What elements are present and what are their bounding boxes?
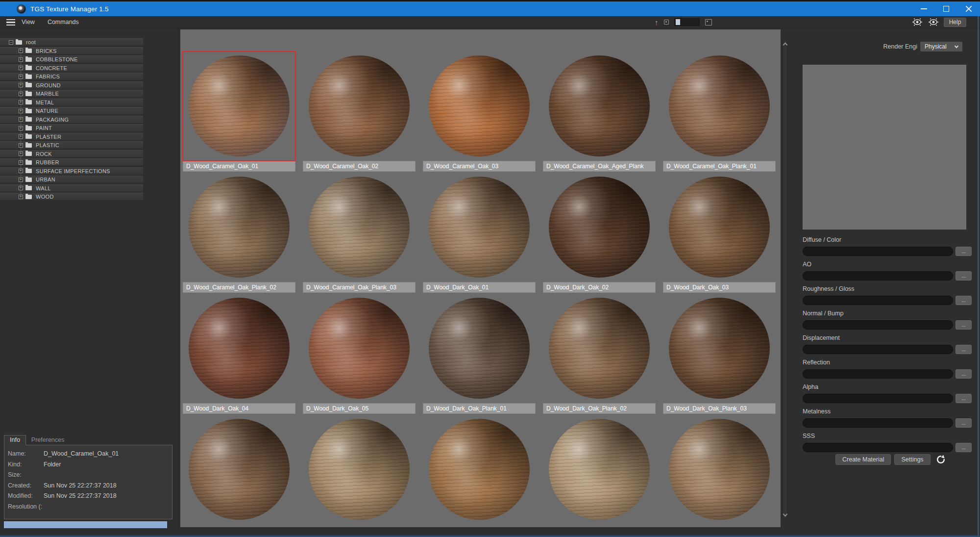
expand-icon[interactable]: + [19, 92, 23, 96]
diffuse-color-browse-button[interactable]: ... [956, 247, 972, 256]
expand-icon[interactable]: + [19, 169, 23, 173]
texture-tile-d-wood-caramel-oak-aged-plank[interactable]: D_Wood_Caramel_Oak_Aged_Plank [543, 51, 656, 172]
alpha-input[interactable] [803, 394, 953, 403]
texture-tile[interactable] [423, 415, 536, 527]
texture-tile-d-wood-dark-oak-plank-03[interactable]: D_Wood_Dark_Oak_Plank_03 [663, 294, 776, 414]
reflection-input[interactable] [803, 369, 953, 379]
texture-tile[interactable] [663, 415, 776, 527]
grid-scrollbar[interactable] [783, 41, 787, 518]
tree-item-surface-imperfections[interactable]: +SURFACE IMPERFECTIONS [0, 167, 143, 175]
sss-input[interactable] [803, 443, 953, 452]
scroll-up-icon[interactable] [783, 43, 788, 48]
tree-item-wood[interactable]: +WOOD [0, 193, 143, 201]
texture-tile-d-wood-caramel-oak-02[interactable]: D_Wood_Caramel_Oak_02 [303, 51, 416, 172]
texture-tile[interactable] [183, 415, 295, 527]
tree-item-nature[interactable]: +NATURE [0, 107, 143, 115]
minimize-button[interactable] [912, 1, 935, 16]
refresh-icon[interactable] [936, 455, 946, 464]
tree-item-ground[interactable]: +GROUND [0, 81, 143, 89]
texture-tile-d-wood-caramel-oak-plank-02[interactable]: D_Wood_Caramel_Oak_Plank_02 [183, 173, 295, 293]
texture-tile-d-wood-dark-oak-plank-02[interactable]: D_Wood_Dark_Oak_Plank_02 [543, 294, 656, 414]
expand-icon[interactable]: + [19, 160, 23, 165]
tree-item-concrete[interactable]: +CONCRETE [0, 64, 143, 72]
thumbnail-size-slider[interactable] [674, 18, 700, 26]
tab-info[interactable]: Info [4, 435, 26, 445]
tree-item-rock[interactable]: +ROCK [0, 150, 143, 158]
tree-item-root[interactable]: − root [0, 38, 143, 46]
roughness-gloss-input[interactable] [803, 296, 953, 305]
texture-tile-d-wood-dark-oak-plank-01[interactable]: D_Wood_Dark_Oak_Plank_01 [423, 294, 536, 414]
metalness-browse-button[interactable]: ... [956, 418, 972, 428]
tree-item-urban[interactable]: +URBAN [0, 176, 143, 183]
reflection-browse-button[interactable]: ... [956, 369, 972, 379]
texture-tile-d-wood-caramel-oak-01[interactable]: D_Wood_Caramel_Oak_01 [183, 51, 295, 172]
collapse-icon[interactable]: − [9, 40, 13, 45]
alpha-browse-button[interactable]: ... [956, 394, 972, 403]
texture-tile-d-wood-dark-oak-05[interactable]: D_Wood_Dark_Oak_05 [303, 294, 416, 414]
displacement-input[interactable] [803, 345, 953, 354]
texture-tile[interactable] [543, 415, 656, 527]
expand-icon[interactable]: + [19, 143, 23, 148]
texture-sphere [669, 55, 770, 156]
tree-item-wall[interactable]: +WALL [0, 184, 143, 192]
expand-icon[interactable]: + [19, 57, 23, 62]
slider-handle[interactable] [676, 19, 680, 25]
texture-tile-d-wood-dark-oak-02[interactable]: D_Wood_Dark_Oak_02 [543, 173, 656, 293]
expand-icon[interactable]: + [19, 109, 23, 113]
scroll-down-icon[interactable] [783, 512, 788, 517]
texture-tile-d-wood-caramel-oak-plank-03[interactable]: D_Wood_Caramel_Oak_Plank_03 [303, 173, 416, 293]
expand-icon[interactable]: + [19, 49, 23, 53]
menu-view[interactable]: View [22, 19, 35, 26]
expand-icon[interactable]: + [19, 83, 23, 87]
texture-tile[interactable] [303, 415, 416, 527]
tab-preferences[interactable]: Preferences [26, 435, 70, 445]
texture-tile-d-wood-dark-oak-01[interactable]: D_Wood_Dark_Oak_01 [423, 173, 536, 293]
normal-bump-input[interactable] [803, 320, 953, 330]
maximize-button[interactable] [935, 1, 957, 16]
up-arrow-icon[interactable]: ↑ [655, 19, 659, 26]
displacement-browse-button[interactable]: ... [956, 345, 972, 354]
render-engine-select[interactable]: Physical [920, 42, 962, 51]
expand-icon[interactable]: + [19, 186, 23, 190]
expand-icon[interactable]: + [19, 66, 23, 70]
metalness-input[interactable] [803, 418, 953, 428]
ao-input[interactable] [803, 271, 953, 281]
tree-item-plastic[interactable]: +PLASTIC [0, 141, 143, 149]
ao-browse-button[interactable]: ... [956, 271, 972, 281]
create-material-button[interactable]: Create Material [835, 454, 891, 465]
tree-item-marble[interactable]: +MARBLE [0, 90, 143, 98]
preview-eye-icon-2[interactable] [928, 17, 939, 27]
field-row: ... [803, 271, 973, 281]
expand-icon[interactable]: + [19, 75, 23, 79]
expand-icon[interactable]: + [19, 178, 23, 182]
tree-item-plaster[interactable]: +PLASTER [0, 133, 143, 141]
sss-browse-button[interactable]: ... [956, 443, 972, 452]
expand-icon[interactable]: + [19, 126, 23, 130]
texture-tile-d-wood-dark-oak-03[interactable]: D_Wood_Dark_Oak_03 [663, 173, 776, 293]
texture-tile-d-wood-caramel-oak-03[interactable]: D_Wood_Caramel_Oak_03 [423, 51, 536, 172]
settings-button[interactable]: Settings [894, 454, 930, 465]
roughness-gloss-browse-button[interactable]: ... [956, 296, 972, 305]
tree-item-cobblestone[interactable]: +COBBLESTONE [0, 55, 143, 63]
expand-icon[interactable]: + [19, 117, 23, 122]
expand-icon[interactable]: + [19, 100, 23, 104]
close-button[interactable] [957, 1, 980, 16]
normal-bump-browse-button[interactable]: ... [956, 320, 972, 330]
tree-item-packaging[interactable]: +PACKAGING [0, 116, 143, 124]
tree-item-fabrics[interactable]: +FABRICS [0, 73, 143, 80]
texture-tile-d-wood-dark-oak-04[interactable]: D_Wood_Dark_Oak_04 [183, 294, 295, 414]
preview-eye-icon-1[interactable] [911, 17, 923, 27]
tree-item-paint[interactable]: +PAINT [0, 124, 143, 132]
expand-icon[interactable]: + [19, 134, 23, 139]
expand-icon[interactable]: + [19, 152, 23, 156]
tree-item-bricks[interactable]: +BRICKS [0, 47, 143, 55]
expand-icon[interactable]: + [19, 195, 23, 199]
menu-commands[interactable]: Commands [48, 19, 79, 26]
texture-sphere [309, 55, 410, 156]
help-button[interactable]: Help [944, 18, 966, 27]
hamburger-menu-icon[interactable] [6, 19, 15, 26]
diffuse-color-input[interactable] [803, 247, 953, 256]
tree-item-rubber[interactable]: +RUBBER [0, 158, 143, 166]
texture-tile-d-wood-caramel-oak-plank-01[interactable]: D_Wood_Caramel_Oak_Plank_01 [663, 51, 776, 172]
tree-item-metal[interactable]: +METAL [0, 99, 143, 106]
